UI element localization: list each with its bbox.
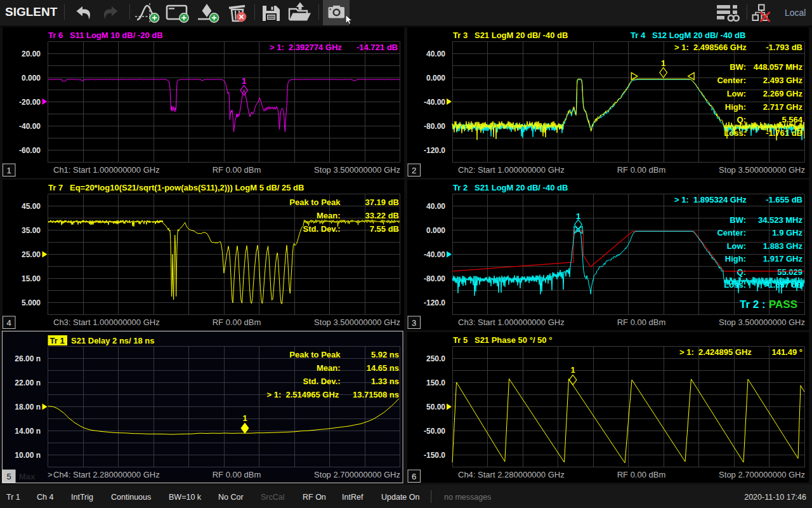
svg-text:-80.00: -80.00: [424, 122, 445, 131]
svg-text:>: >: [48, 470, 53, 479]
svg-text:Ch3: Start 1.000000000 GHz: Ch3: Start 1.000000000 GHz: [458, 318, 565, 327]
svg-text:-1.793 dB: -1.793 dB: [766, 43, 802, 52]
svg-text:-20.00: -20.00: [19, 98, 41, 107]
svg-text:Peak to Peak: Peak to Peak: [289, 350, 341, 359]
svg-text:S21 Delay 2 ns/ 18 ns: S21 Delay 2 ns/ 18 ns: [71, 336, 155, 345]
svg-text:Q:: Q:: [737, 115, 746, 124]
svg-text:2: 2: [412, 166, 416, 175]
svg-text:40.00: 40.00: [426, 50, 445, 58]
svg-text:Q:: Q:: [737, 267, 746, 277]
svg-text:5.000: 5.000: [22, 298, 41, 307]
svg-text:Ch 4: Ch 4: [37, 493, 53, 502]
svg-text:-120.0: -120.0: [424, 146, 445, 155]
svg-text:5: 5: [7, 472, 11, 481]
svg-text:BW:: BW:: [730, 62, 746, 72]
svg-text:Ch3: Start 1.000000000 GHz: Ch3: Start 1.000000000 GHz: [53, 318, 160, 327]
svg-text:25.00: 25.00: [22, 250, 41, 259]
svg-text:SrcCal: SrcCal: [261, 493, 285, 502]
svg-text:Continuous: Continuous: [111, 493, 151, 502]
svg-text:33.22 dB: 33.22 dB: [365, 211, 399, 220]
svg-text:RF 0.00 dBm: RF 0.00 dBm: [617, 318, 666, 327]
svg-text:-40.00: -40.00: [424, 250, 445, 259]
svg-text:-1.655 dB: -1.655 dB: [766, 195, 802, 204]
svg-text:-14.721 dB: -14.721 dB: [357, 43, 398, 52]
svg-text:55.029: 55.029: [777, 267, 802, 277]
svg-text:35.00: 35.00: [22, 226, 41, 235]
svg-text:250.0: 250.0: [426, 354, 445, 363]
svg-text:14.65 ns: 14.65 ns: [367, 363, 399, 373]
svg-text:IntRef: IntRef: [342, 493, 363, 502]
svg-text:Center:: Center:: [717, 76, 746, 85]
svg-text:1: 1: [661, 58, 665, 68]
svg-text:Tr 2 S21 LogM 20 dB/ -40 dB: Tr 2 S21 LogM 20 dB/ -40 dB: [453, 183, 568, 192]
svg-text:15.00: 15.00: [22, 274, 41, 283]
svg-text:RF 0.00 dBm: RF 0.00 dBm: [617, 165, 666, 175]
svg-text:22.00 n: 22.00 n: [15, 378, 41, 387]
svg-text:Low:: Low:: [727, 241, 746, 251]
svg-text:RF On: RF On: [303, 493, 326, 502]
svg-text:No Cor: No Cor: [218, 493, 244, 502]
svg-text:1.883 GHz: 1.883 GHz: [763, 241, 803, 251]
svg-text:RF 0.00 dBm: RF 0.00 dBm: [213, 165, 261, 175]
svg-text:> 1: 2.424895 GHz: > 1: 2.424895 GHz: [679, 347, 752, 357]
svg-text:1.9 GHz: 1.9 GHz: [772, 228, 802, 237]
svg-text:-40.00: -40.00: [19, 122, 41, 131]
svg-text:1: 1: [7, 166, 11, 175]
svg-text:20.00: 20.00: [22, 50, 41, 58]
svg-text:Center:: Center:: [717, 228, 746, 237]
svg-text:Tr 2 :: Tr 2 :: [740, 298, 768, 311]
svg-text:Ch2: Start 1.000000000 GHz: Ch2: Start 1.000000000 GHz: [458, 165, 565, 175]
svg-text:1.917 GHz: 1.917 GHz: [763, 254, 803, 264]
svg-text:Stop 3.500000000 GHz: Stop 3.500000000 GHz: [719, 318, 805, 327]
svg-text:Stop 3.500000000 GHz: Stop 3.500000000 GHz: [314, 165, 400, 175]
svg-text:2.269 GHz: 2.269 GHz: [763, 89, 803, 98]
svg-text:45.00: 45.00: [22, 202, 41, 211]
svg-text:Tr 5 S21 Phase 50 °/ 50 °: Tr 5 S21 Phase 50 °/ 50 °: [453, 335, 552, 345]
svg-text:0.000: 0.000: [22, 74, 41, 83]
svg-text:Ch1: Start 1.000000000 GHz: Ch1: Start 1.000000000 GHz: [53, 165, 160, 175]
svg-text:BW=10 k: BW=10 k: [169, 493, 202, 502]
svg-text:High:: High:: [725, 102, 746, 112]
svg-text:1: 1: [242, 76, 246, 86]
svg-text:Tr 3 S21 LogM 20 dB/ -40 dB: Tr 3 S21 LogM 20 dB/ -40 dB: [453, 30, 568, 40]
svg-text:0.000: 0.000: [426, 226, 445, 235]
svg-text:-80.00: -80.00: [424, 274, 445, 283]
svg-text:18.00 n: 18.00 n: [15, 403, 41, 411]
svg-text:IntTrig: IntTrig: [71, 493, 93, 502]
svg-text:Tr 1: Tr 1: [6, 493, 20, 502]
svg-text:RF 0.00 dBm: RF 0.00 dBm: [213, 470, 261, 479]
svg-text:> 1: 2.514965 GHz: > 1: 2.514965 GHz: [267, 390, 339, 399]
svg-text:Peak to Peak: Peak to Peak: [289, 197, 341, 207]
svg-text:150.0: 150.0: [426, 378, 445, 387]
svg-text:Ch4: Start 2.280000000 GHz: Ch4: Start 2.280000000 GHz: [458, 470, 565, 479]
svg-text:Std. Dev.:: Std. Dev.:: [303, 377, 341, 386]
svg-text:Stop 2.700000000 GHz: Stop 2.700000000 GHz: [719, 470, 805, 479]
svg-text:Low:: Low:: [727, 89, 746, 98]
svg-text:Stop 3.500000000 GHz: Stop 3.500000000 GHz: [719, 165, 805, 175]
svg-text:Tr 7 Eq=20*log10(S21/sqrt(1-: Tr 7 Eq=20*log10(S21/sqrt(1-pow(abs(S11)…: [48, 183, 304, 192]
svg-text:141.49 °: 141.49 °: [771, 347, 802, 357]
svg-text:Ch4: Start 2.280000000 GHz: Ch4: Start 2.280000000 GHz: [53, 470, 160, 479]
svg-text:7.55 dB: 7.55 dB: [370, 224, 399, 234]
svg-text:> 1: 2.392774 GHz: > 1: 2.392774 GHz: [270, 43, 342, 52]
svg-text:6: 6: [412, 472, 416, 481]
svg-text:no messages: no messages: [444, 493, 491, 502]
svg-text:Stop 2.700000000 GHz: Stop 2.700000000 GHz: [314, 470, 400, 479]
svg-text:RF 0.00 dBm: RF 0.00 dBm: [617, 470, 666, 479]
svg-text:Mean:: Mean:: [317, 211, 341, 220]
svg-text:1.33 ns: 1.33 ns: [371, 377, 399, 386]
svg-text:RF 0.00 dBm: RF 0.00 dBm: [213, 318, 261, 327]
svg-text:SIGLENT: SIGLENT: [5, 5, 58, 18]
svg-text:Local: Local: [785, 8, 806, 18]
svg-text:26.00 n: 26.00 n: [15, 354, 41, 363]
svg-text:-50.00: -50.00: [424, 427, 445, 436]
svg-text:4: 4: [7, 318, 11, 328]
svg-text:Update On: Update On: [381, 493, 420, 502]
svg-text:0.000: 0.000: [426, 74, 445, 83]
svg-text:Mean:: Mean:: [317, 363, 341, 373]
svg-text:Tr 6 S11 LogM 10 dB/ -20 dB: Tr 6 S11 LogM 10 dB/ -20 dB: [48, 30, 163, 40]
svg-text:40.00: 40.00: [426, 202, 445, 211]
svg-text:-60.00: -60.00: [19, 146, 41, 155]
svg-text:Stop 3.500000000 GHz: Stop 3.500000000 GHz: [314, 318, 400, 327]
svg-text:37.19 dB: 37.19 dB: [365, 197, 399, 207]
